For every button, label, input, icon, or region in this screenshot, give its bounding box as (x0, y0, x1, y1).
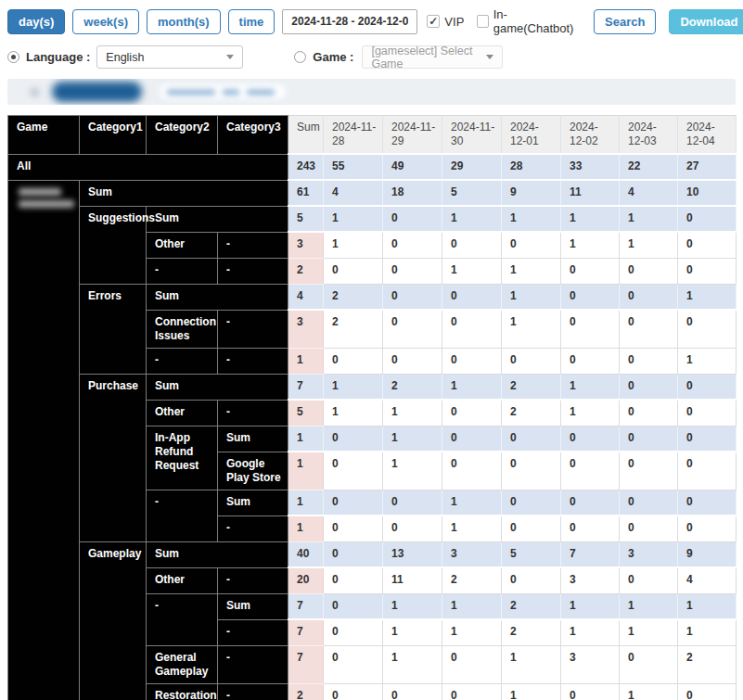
value-cell: 1 (324, 206, 383, 232)
value-cell: 0 (324, 490, 383, 515)
period-button-time[interactable]: time (228, 9, 275, 34)
sum-cell: 20 (288, 567, 324, 593)
category-cell: - (218, 645, 288, 683)
category-cell: Google Play Store (218, 452, 288, 490)
value-cell: 0 (442, 452, 502, 490)
value-cell: 0 (620, 567, 678, 593)
sum-cell: 7 (288, 593, 324, 619)
download-button[interactable]: Download (669, 9, 743, 34)
value-cell: 4 (620, 180, 678, 206)
value-cell: 0 (561, 490, 620, 515)
value-cell: 0 (324, 258, 383, 284)
sum-cell: 2 (288, 258, 324, 284)
checkbox-vip[interactable]: ✓VIP (427, 15, 464, 29)
value-cell: 0 (620, 374, 678, 400)
category-cell: - (218, 348, 288, 374)
period-button-days[interactable]: day(s) (7, 9, 65, 34)
category-cell: - (147, 490, 218, 541)
value-cell: 0 (324, 452, 383, 490)
sum-cell: 243 (288, 154, 324, 180)
value-cell: 0 (620, 515, 678, 541)
period-button-weeks[interactable]: week(s) (72, 9, 139, 34)
value-cell: 0 (324, 567, 383, 593)
value-cell: 2 (383, 374, 442, 400)
table-row: All24355492928332227 (8, 154, 737, 180)
value-cell: 0 (502, 348, 561, 374)
value-cell: 1 (324, 232, 383, 258)
category-cell: Sum (147, 374, 288, 400)
value-cell: 1 (502, 258, 561, 284)
value-cell: 0 (561, 284, 620, 310)
value-cell: 0 (502, 567, 561, 593)
value-cell: 0 (442, 683, 502, 700)
checkbox-label: In-game(Chatbot) (493, 7, 575, 35)
sum-cell: 61 (288, 180, 324, 206)
category-cell: - (218, 232, 288, 258)
value-cell: 0 (442, 232, 502, 258)
category-cell: Sum (147, 284, 288, 310)
value-cell: 2 (502, 593, 561, 619)
filter-row-selects: Language : English Game : [gameselect] S… (7, 45, 736, 69)
table-row: SuggestionsSum51011110 (8, 206, 737, 232)
language-radio[interactable] (7, 51, 19, 63)
value-cell: 1 (561, 619, 620, 645)
column-header-sum: Sum (288, 116, 324, 155)
value-cell: 0 (678, 400, 737, 426)
value-cell: 0 (620, 310, 678, 348)
filter-bar: day(s)week(s)month(s)time ✓VIPIn-game(Ch… (0, 0, 743, 105)
value-cell: 1 (383, 452, 442, 490)
report-table-container: GameCategory1Category2Category3Sum2024-1… (7, 115, 736, 700)
value-cell: 0 (620, 490, 678, 515)
value-cell: 0 (502, 452, 561, 490)
value-cell: 9 (502, 180, 561, 206)
checkbox-ingamechatbot[interactable]: In-game(Chatbot) (477, 7, 575, 35)
value-cell: 2 (324, 284, 383, 310)
value-cell: 0 (678, 206, 737, 232)
value-cell: 0 (678, 683, 737, 700)
sum-cell: 1 (288, 452, 324, 490)
value-cell: 0 (561, 426, 620, 452)
checkbox-label: VIP (444, 15, 464, 29)
value-cell: 0 (383, 258, 442, 284)
language-label: Language : (26, 50, 90, 64)
category-cell: Sum (218, 426, 288, 452)
value-cell: 1 (442, 490, 502, 515)
search-button[interactable]: Search (594, 9, 656, 34)
value-cell: 0 (561, 515, 620, 541)
report-table: GameCategory1Category2Category3Sum2024-1… (7, 115, 737, 700)
value-cell: 1 (561, 593, 620, 619)
value-cell: 1 (561, 206, 620, 232)
value-cell: 1 (442, 619, 502, 645)
sum-cell: 7 (288, 619, 324, 645)
category-cell: - (218, 258, 288, 284)
category-cell: In-App Refund Request (147, 426, 218, 490)
game-select[interactable]: [gameselect] Select Game (362, 45, 503, 69)
category-cell: Gameplay (80, 541, 147, 700)
checkbox-checked-icon[interactable]: ✓ (427, 15, 440, 28)
date-range-input[interactable] (282, 9, 417, 34)
category-cell: Other (147, 567, 218, 593)
category-cell: - (218, 310, 288, 348)
value-cell: 0 (561, 452, 620, 490)
game-radio[interactable] (294, 51, 306, 63)
redacted-game-name-cell (8, 180, 80, 700)
checkbox-group: ✓VIPIn-game(Chatbot) (427, 7, 583, 35)
category-cell: - (218, 619, 288, 645)
category-cell: - (147, 348, 218, 374)
value-cell: 22 (620, 154, 678, 180)
value-cell: 1 (620, 232, 678, 258)
category-cell: Sum (218, 490, 288, 515)
value-cell: 0 (620, 348, 678, 374)
column-header-category2: Category2 (147, 116, 218, 155)
category-cell: Connection Issues (147, 310, 218, 348)
value-cell: 1 (678, 619, 737, 645)
period-button-group: day(s)week(s)month(s)time (7, 9, 275, 34)
redacted-primary-button (52, 82, 142, 102)
checkbox-unchecked-icon[interactable] (477, 15, 488, 28)
value-cell: 0 (324, 683, 383, 700)
value-cell: 1 (442, 258, 502, 284)
category-cell: General Gameplay (147, 645, 218, 683)
period-button-months[interactable]: month(s) (147, 9, 221, 34)
language-select[interactable]: English (96, 45, 243, 69)
value-cell: 1 (678, 284, 737, 310)
